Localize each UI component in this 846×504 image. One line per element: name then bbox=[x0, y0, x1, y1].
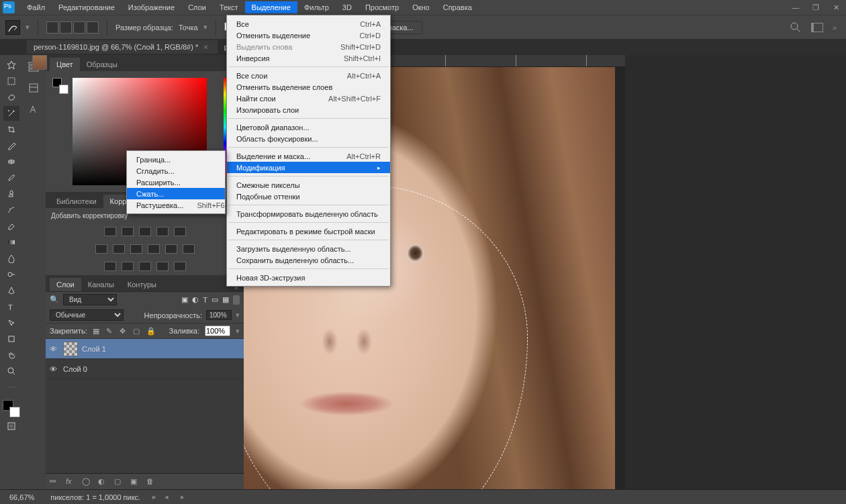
color-swatches[interactable] bbox=[3, 400, 20, 417]
adjustment-icon[interactable]: ◐ bbox=[98, 477, 107, 487]
fx-icon[interactable]: fx bbox=[66, 477, 75, 487]
marquee-tool-icon[interactable] bbox=[3, 74, 19, 89]
filter-adjust-icon[interactable]: ◐ bbox=[192, 295, 199, 304]
tab-layers[interactable]: Слои bbox=[50, 278, 81, 291]
hand-tool-icon[interactable] bbox=[3, 348, 19, 362]
menu-просмотр[interactable]: Просмотр bbox=[359, 1, 406, 13]
menu-item[interactable]: Сохранить выделенную область... bbox=[227, 254, 390, 266]
gradient-tool-icon[interactable] bbox=[3, 235, 19, 250]
menu-item[interactable]: ИнверсияShift+Ctrl+I bbox=[227, 52, 390, 64]
filter-type-icon[interactable]: T bbox=[203, 296, 207, 304]
menu-item[interactable]: Область фокусировки... bbox=[227, 133, 390, 144]
menu-справка[interactable]: Справка bbox=[436, 1, 479, 13]
menu-item[interactable]: Трансформировать выделенную область bbox=[227, 208, 390, 219]
sel-subtract-icon[interactable] bbox=[73, 21, 85, 34]
adj-exposure-icon[interactable] bbox=[156, 227, 169, 236]
adj-hue-icon[interactable] bbox=[95, 244, 107, 254]
magic-wand-tool-icon[interactable] bbox=[3, 106, 19, 121]
adj-mixer-icon[interactable] bbox=[148, 244, 160, 254]
expand-icon[interactable]: » bbox=[833, 23, 841, 32]
layer-row[interactable]: 👁Слой 0 bbox=[46, 359, 244, 379]
visibility-icon[interactable]: 👁 bbox=[50, 365, 59, 373]
filter-pixel-icon[interactable]: ▣ bbox=[181, 295, 188, 304]
doc-info[interactable]: пикселов: 1 = 1,0000 пикс. bbox=[46, 493, 144, 501]
lock-pos-icon[interactable]: ✥ bbox=[120, 327, 128, 335]
dodge-tool-icon[interactable] bbox=[3, 267, 19, 282]
workspace-icon[interactable] bbox=[811, 23, 823, 32]
zoom-tool-icon[interactable] bbox=[3, 364, 19, 379]
adj-map-icon[interactable] bbox=[156, 262, 169, 271]
menu-item[interactable]: Новая 3D-экструзия bbox=[227, 272, 390, 283]
adj-vibrance-icon[interactable] bbox=[174, 227, 186, 236]
type-tool-icon[interactable]: T bbox=[3, 299, 19, 314]
fill-input[interactable] bbox=[205, 325, 230, 336]
sel-add-icon[interactable] bbox=[60, 21, 72, 34]
menu-выделение[interactable]: Выделение bbox=[245, 1, 297, 13]
history-brush-tool-icon[interactable] bbox=[3, 203, 19, 217]
search-icon[interactable]: 🔍 bbox=[50, 295, 59, 304]
visibility-icon[interactable]: 👁 bbox=[50, 345, 59, 353]
layer-filter-select[interactable]: Вид bbox=[63, 294, 117, 305]
menu-item[interactable]: Редактировать в режиме быстрой маски bbox=[227, 225, 390, 237]
adj-photo-icon[interactable] bbox=[130, 244, 142, 254]
menu-слои[interactable]: Слои bbox=[181, 1, 213, 13]
close-button[interactable]: ✕ bbox=[826, 0, 846, 15]
scroll-right-icon[interactable]: ▸ bbox=[181, 493, 189, 501]
search-icon[interactable] bbox=[790, 21, 802, 34]
menu-3d[interactable]: 3D bbox=[336, 1, 359, 13]
adj-brightness-icon[interactable] bbox=[104, 227, 116, 236]
scroll-left-icon[interactable]: ◂ bbox=[164, 493, 173, 501]
eraser-tool-icon[interactable] bbox=[3, 219, 19, 234]
sel-new-icon[interactable] bbox=[46, 21, 58, 34]
menu-изображение[interactable]: Изображение bbox=[122, 1, 181, 13]
minimize-button[interactable]: — bbox=[786, 0, 806, 15]
tab-libraries[interactable]: Библиотеки bbox=[50, 195, 103, 208]
menu-item[interactable]: Отменить выделение слоев bbox=[227, 81, 390, 93]
menu-item[interactable]: ВсеCtrl+A bbox=[227, 18, 390, 30]
lasso-tool-icon[interactable] bbox=[3, 90, 19, 105]
adj-curves-icon[interactable] bbox=[139, 227, 151, 236]
group-icon[interactable]: ▢ bbox=[114, 477, 124, 487]
menu-редактирование[interactable]: Редактирование bbox=[52, 1, 122, 13]
quick-mask-icon[interactable] bbox=[3, 419, 19, 434]
submenu-item[interactable]: Расширить... bbox=[127, 177, 225, 188]
menu-файл[interactable]: Файл bbox=[20, 1, 52, 13]
menu-фильтр[interactable]: Фильтр bbox=[297, 1, 336, 13]
submenu-item[interactable]: Растушевка...Shift+F6 bbox=[127, 199, 225, 211]
document-tab[interactable]: person-1169810.jpg @ 66,7% (Слой 1, RGB/… bbox=[27, 40, 218, 54]
adj-select-icon[interactable] bbox=[174, 262, 186, 271]
filter-shape-icon[interactable]: ▭ bbox=[211, 295, 218, 304]
color-swatch[interactable] bbox=[52, 78, 64, 90]
brush-tool-icon[interactable] bbox=[3, 170, 19, 185]
submenu-item[interactable]: Сжать... bbox=[127, 188, 225, 199]
eyedropper-tool-icon[interactable] bbox=[3, 138, 19, 153]
adj-lut-icon[interactable] bbox=[165, 244, 177, 254]
menu-item[interactable]: Смежные пикселы bbox=[227, 179, 390, 191]
layer-thumbnail[interactable] bbox=[63, 342, 78, 356]
current-tool-icon[interactable] bbox=[5, 20, 20, 35]
menu-item[interactable]: Модификация bbox=[227, 162, 390, 173]
trash-icon[interactable]: 🗑 bbox=[146, 477, 156, 487]
blend-mode-select[interactable]: Обычные bbox=[50, 309, 124, 321]
sample-size-value[interactable]: Точка bbox=[179, 23, 198, 32]
opacity-input[interactable] bbox=[206, 310, 232, 320]
menu-item[interactable]: Цветовой диапазон... bbox=[227, 121, 390, 133]
character-panel-icon[interactable] bbox=[28, 103, 41, 117]
pen-tool-icon[interactable] bbox=[3, 283, 19, 298]
submenu-item[interactable]: Граница... bbox=[127, 154, 225, 165]
adj-thresh-icon[interactable] bbox=[139, 262, 151, 271]
menu-item[interactable]: Отменить выделениеCtrl+D bbox=[227, 30, 390, 41]
new-layer-icon[interactable]: ▣ bbox=[130, 477, 140, 487]
adj-poster-icon[interactable] bbox=[122, 262, 134, 271]
lock-all-icon[interactable]: 🔒 bbox=[146, 327, 154, 335]
properties-panel-icon[interactable] bbox=[28, 82, 41, 95]
sel-intersect-icon[interactable] bbox=[87, 21, 99, 34]
zoom-level[interactable]: 66,67% bbox=[5, 493, 38, 501]
menu-item[interactable]: Выделение и маска...Alt+Ctrl+R bbox=[227, 150, 390, 162]
edit-toolbar-icon[interactable]: ⋯ bbox=[3, 380, 19, 395]
menu-item[interactable]: Все слоиAlt+Ctrl+A bbox=[227, 70, 390, 81]
lock-nest-icon[interactable]: ▢ bbox=[133, 327, 141, 335]
heal-tool-icon[interactable] bbox=[3, 154, 19, 169]
lock-pixels-icon[interactable]: ✎ bbox=[106, 327, 114, 335]
blur-tool-icon[interactable] bbox=[3, 251, 19, 266]
